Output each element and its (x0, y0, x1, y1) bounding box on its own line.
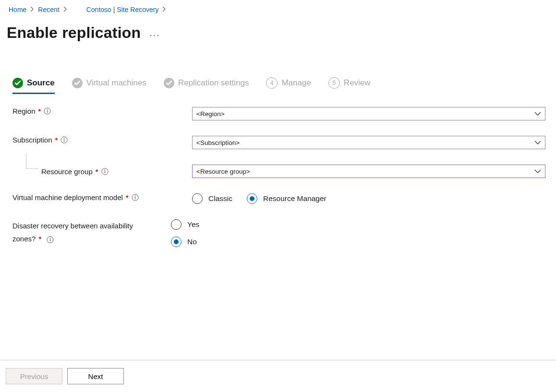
wizard-tabs: Source Virtual machines Replication sett… (0, 42, 556, 95)
check-circle-icon (72, 78, 83, 88)
chevron-down-icon (534, 168, 541, 175)
region-value: <Region> (196, 110, 225, 118)
radio-icon (171, 237, 181, 247)
subscription-value: <Subscription> (196, 139, 240, 146)
radio-label: Resource Manager (263, 194, 326, 203)
radio-label: No (187, 238, 197, 246)
check-circle-icon (164, 78, 174, 88)
chevron-down-icon (534, 110, 541, 118)
required-indicator: * (96, 167, 98, 176)
tab-review[interactable]: 5 Review (328, 77, 371, 95)
label-dr-between-zones: Disaster recovery between availability z… (12, 219, 171, 245)
source-form: Region * <Region> Subscription * <Subscr… (0, 95, 556, 247)
radio-label: Yes (187, 220, 199, 229)
step-number-icon: 5 (328, 77, 340, 89)
radio-yes[interactable]: Yes (171, 219, 199, 230)
tab-source[interactable]: Source (12, 78, 55, 94)
page-title: Enable replication (7, 24, 141, 42)
chevron-right-icon (63, 6, 67, 13)
vm-deployment-model-radio-group: Classic Resource Manager (192, 193, 545, 204)
row-region: Region * <Region> (12, 107, 545, 120)
label-subscription: Subscription * (12, 136, 192, 144)
region-select[interactable]: <Region> (192, 107, 545, 120)
subscription-select[interactable]: <Subscription> (192, 136, 545, 149)
label-region: Region * (12, 107, 192, 115)
row-subscription: Subscription * <Subscription> (12, 136, 545, 149)
chevron-right-icon (30, 6, 34, 13)
row-vm-deployment-model: Virtual machine deployment model * Class… (12, 193, 545, 204)
required-indicator: * (38, 107, 41, 115)
row-resource-group: Resource group * <Resource group> (12, 165, 545, 178)
tab-label: Source (27, 78, 55, 88)
tab-label: Manage (281, 78, 311, 88)
label-resource-group: Resource group * (12, 167, 192, 176)
radio-icon (171, 219, 181, 230)
footer: Previous Next (0, 360, 556, 392)
info-icon[interactable] (60, 136, 68, 143)
step-number-icon: 4 (266, 77, 278, 89)
info-icon[interactable] (44, 107, 51, 115)
resource-group-select[interactable]: <Resource group> (192, 165, 545, 178)
tab-virtual-machines[interactable]: Virtual machines (72, 78, 146, 94)
next-button[interactable]: Next (67, 368, 124, 384)
radio-no[interactable]: No (171, 237, 197, 247)
radio-classic[interactable]: Classic (192, 193, 232, 204)
required-indicator: * (39, 235, 42, 243)
breadcrumb-recent[interactable]: Recent (38, 6, 59, 13)
tab-replication-settings[interactable]: Replication settings (164, 78, 249, 94)
breadcrumb: Home Recent Contoso | Site Recovery (0, 0, 556, 13)
check-circle-icon (12, 78, 23, 88)
radio-resource-manager[interactable]: Resource Manager (247, 193, 326, 204)
tab-label: Review (344, 78, 371, 88)
resource-group-value: <Resource group> (196, 168, 250, 175)
breadcrumb-site-recovery[interactable]: Contoso | Site Recovery (86, 6, 159, 13)
required-indicator: * (126, 193, 129, 202)
radio-icon (192, 193, 203, 204)
info-icon[interactable] (132, 194, 139, 201)
previous-button: Previous (6, 368, 62, 384)
title-row: Enable replication ··· (0, 13, 556, 42)
chevron-right-icon (162, 6, 166, 13)
radio-label: Classic (208, 194, 232, 203)
tab-manage[interactable]: 4 Manage (266, 77, 311, 95)
tab-label: Virtual machines (86, 78, 146, 88)
info-icon[interactable] (101, 168, 109, 175)
breadcrumb-home[interactable]: Home (9, 6, 26, 13)
row-dr-between-zones: Disaster recovery between availability z… (12, 219, 545, 247)
radio-icon (247, 193, 257, 204)
indent-connector-icon (26, 153, 39, 169)
chevron-down-icon (534, 139, 541, 146)
required-indicator: * (55, 136, 58, 144)
tab-label: Replication settings (178, 78, 249, 88)
label-vm-deployment-model: Virtual machine deployment model * (12, 193, 192, 202)
dr-zones-radio-group: Yes No (171, 219, 524, 247)
info-icon[interactable] (47, 236, 54, 243)
more-actions-button[interactable]: ··· (149, 29, 160, 40)
